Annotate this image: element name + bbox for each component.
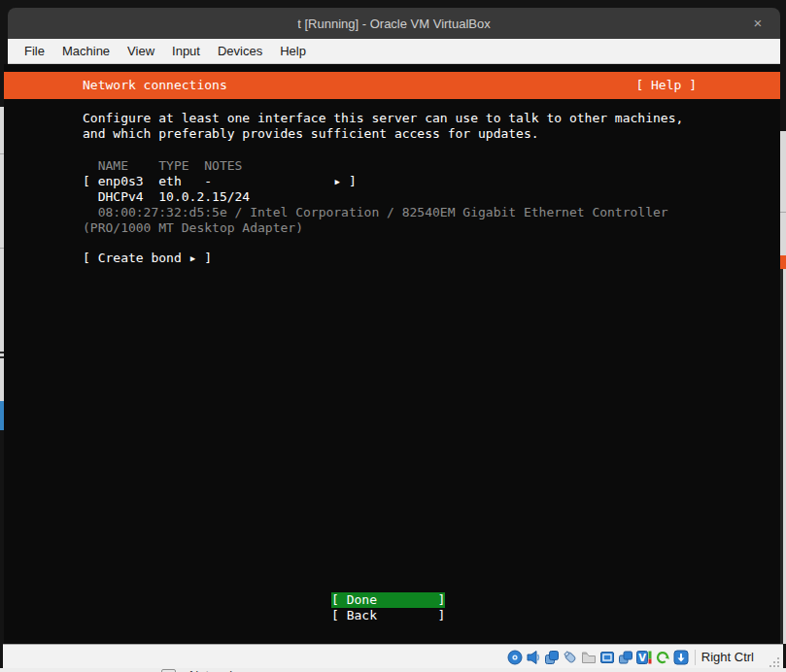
installer-header-bar: Network connections [ Help ]	[4, 72, 780, 99]
menu-view[interactable]: View	[119, 39, 163, 63]
window-titlebar[interactable]: t [Running] - Oracle VM VirtualBox ×	[8, 8, 780, 39]
mouse-integration-icon[interactable]	[655, 650, 670, 665]
resize-grip[interactable]	[769, 655, 780, 666]
statusbar-separator	[695, 650, 696, 665]
display-icon[interactable]	[599, 650, 615, 665]
nic-table-header: NAME TYPE NOTES	[83, 158, 242, 174]
host-desktop-right-orange-patch	[780, 255, 786, 269]
back-button[interactable]: [ Back ]	[331, 608, 445, 623]
audio-icon[interactable]	[526, 650, 541, 665]
intro-text-line1: Configure at least one interface this se…	[83, 111, 683, 126]
vm-screen: Network connections [ Help ] Configure a…	[4, 64, 780, 644]
recording-icon[interactable]	[618, 650, 633, 665]
usb-icon[interactable]	[563, 650, 578, 665]
svg-text:V: V	[638, 652, 646, 662]
host-partial-text: Network	[189, 668, 236, 672]
close-icon[interactable]: ×	[749, 15, 767, 32]
keyboard-capture-icon[interactable]	[673, 650, 689, 665]
menu-file[interactable]: File	[16, 39, 53, 63]
features-icon[interactable]: V	[636, 650, 652, 665]
host-desktop-right-edge	[780, 131, 786, 644]
host-window-shadow	[780, 269, 783, 644]
network-icon[interactable]	[544, 650, 560, 665]
nic-row-mac: 08:00:27:32:d5:5e / Intel Corporation / …	[83, 205, 668, 220]
optical-drive-icon[interactable]	[507, 650, 523, 665]
host-desktop-bottom-edge: Network	[0, 668, 786, 672]
page-title: Network connections	[83, 72, 227, 99]
menu-input[interactable]: Input	[163, 39, 209, 63]
menubar: File Machine View Input Devices Help	[8, 39, 780, 64]
statusbar: V Right Ctrl	[3, 644, 783, 669]
host-window-edge-line	[780, 212, 786, 213]
nic-row-enp0s3[interactable]: [ enp0s3 eth - ▸ ]	[83, 174, 357, 189]
shared-folders-icon[interactable]	[581, 650, 597, 665]
create-bond-button[interactable]: [ Create bond ▸ ]	[83, 251, 212, 266]
done-button[interactable]: [ Done ]	[331, 592, 445, 608]
window-title: t [Running] - Oracle VM VirtualBox	[297, 17, 490, 31]
menu-help[interactable]: Help	[271, 39, 315, 63]
menu-machine[interactable]: Machine	[53, 39, 119, 63]
nic-row-mac-wrap: (PRO/1000 MT Desktop Adapter)	[83, 220, 303, 236]
help-button[interactable]: [ Help ]	[635, 72, 697, 99]
intro-text-line2: and which preferably provides sufficient…	[83, 126, 539, 142]
menu-devices[interactable]: Devices	[209, 39, 271, 63]
nic-row-dhcp: DHCPv4 10.0.2.15/24	[83, 189, 250, 205]
host-key-label: Right Ctrl	[701, 650, 754, 664]
